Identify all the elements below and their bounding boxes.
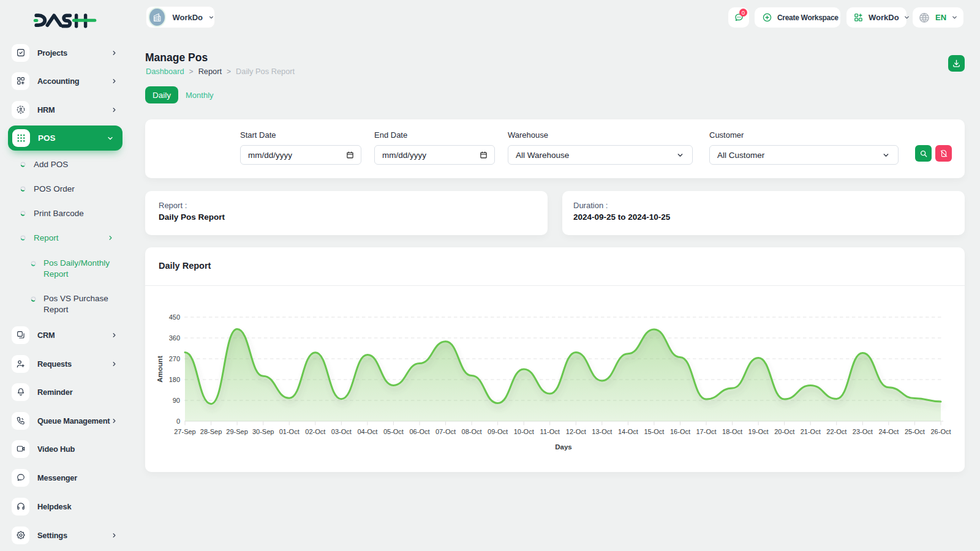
svg-text:28-Sep: 28-Sep (200, 428, 222, 435)
svg-text:27-Sep: 27-Sep (174, 428, 195, 435)
svg-text:10-Oct: 10-Oct (514, 428, 534, 435)
svg-text:90: 90 (173, 397, 180, 404)
svg-text:02-Oct: 02-Oct (305, 428, 325, 435)
svg-text:12-Oct: 12-Oct (566, 428, 586, 435)
svg-text:03-Oct: 03-Oct (331, 428, 352, 435)
svg-text:15-Oct: 15-Oct (644, 428, 664, 435)
svg-text:24-Oct: 24-Oct (878, 428, 899, 435)
svg-text:08-Oct: 08-Oct (462, 428, 482, 435)
svg-text:09-Oct: 09-Oct (488, 428, 508, 435)
svg-text:270: 270 (169, 355, 180, 362)
svg-text:Days: Days (555, 443, 572, 451)
svg-text:Amount: Amount (156, 356, 164, 383)
svg-text:360: 360 (169, 334, 180, 342)
svg-text:0: 0 (176, 418, 180, 425)
svg-text:07-Oct: 07-Oct (435, 428, 456, 435)
svg-text:18-Oct: 18-Oct (722, 428, 742, 435)
svg-text:450: 450 (169, 313, 180, 321)
svg-text:01-Oct: 01-Oct (279, 428, 300, 435)
svg-text:13-Oct: 13-Oct (592, 428, 612, 435)
svg-text:29-Sep: 29-Sep (226, 428, 247, 435)
svg-text:06-Oct: 06-Oct (409, 428, 429, 435)
svg-text:20-Oct: 20-Oct (774, 428, 794, 435)
svg-text:16-Oct: 16-Oct (670, 428, 690, 435)
svg-text:25-Oct: 25-Oct (905, 428, 925, 435)
svg-text:11-Oct: 11-Oct (540, 428, 560, 435)
svg-text:23-Oct: 23-Oct (853, 428, 873, 435)
svg-text:19-Oct: 19-Oct (748, 428, 769, 435)
svg-text:17-Oct: 17-Oct (696, 428, 716, 435)
svg-text:180: 180 (169, 376, 180, 383)
svg-text:14-Oct: 14-Oct (618, 428, 638, 435)
svg-text:30-Sep: 30-Sep (252, 428, 274, 435)
svg-text:26-Oct: 26-Oct (930, 428, 951, 435)
svg-text:22-Oct: 22-Oct (826, 428, 846, 435)
svg-text:05-Oct: 05-Oct (383, 428, 404, 435)
svg-text:21-Oct: 21-Oct (801, 428, 821, 435)
svg-text:04-Oct: 04-Oct (357, 428, 377, 435)
